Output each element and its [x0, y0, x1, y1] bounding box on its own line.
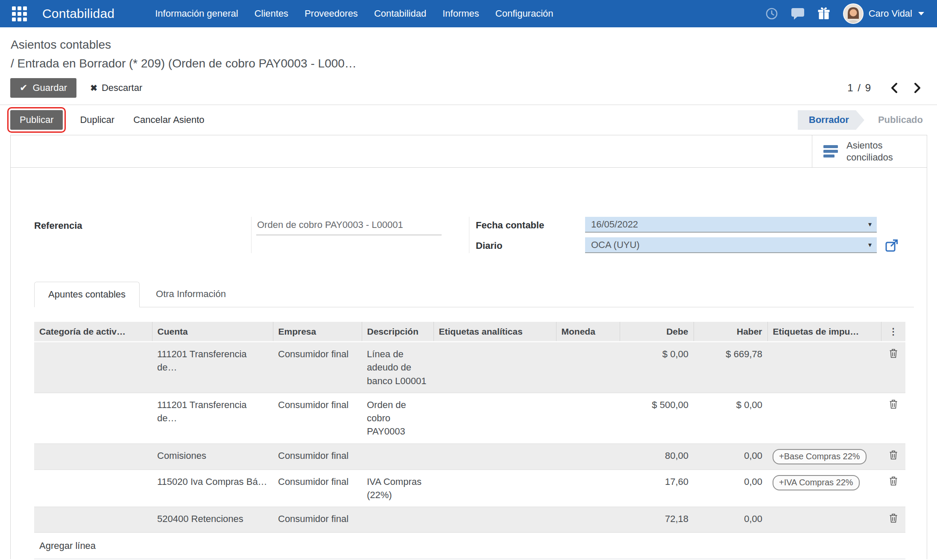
cell-analytic-tags[interactable] [433, 393, 556, 443]
cell-description[interactable] [362, 507, 433, 532]
col-account[interactable]: Cuenta [152, 322, 273, 342]
accounting-date-field[interactable]: 16/05/2022 ▾ [585, 217, 877, 233]
nav-item-informes[interactable]: Informes [442, 8, 479, 19]
cell-tax-tags[interactable] [767, 507, 881, 532]
column-options-kebab-icon[interactable]: ⋮ [881, 322, 905, 342]
table-row[interactable]: Comisiones Consumidor final 80,00 0,00 +… [34, 443, 905, 470]
cell-asset-category[interactable] [34, 443, 152, 470]
cell-debit[interactable]: 72,18 [620, 507, 694, 532]
cell-debit[interactable]: 17,60 [620, 470, 694, 507]
cell-currency[interactable] [556, 470, 620, 507]
cell-description[interactable]: Línea de adeudo de banco L00001 [362, 342, 433, 393]
nav-item-informacion-general[interactable]: Información general [155, 8, 238, 19]
activities-clock-icon[interactable] [765, 7, 778, 20]
pager-next-icon[interactable] [913, 82, 922, 94]
col-asset-category[interactable]: Categoría de activ… [34, 322, 152, 342]
nav-item-proveedores[interactable]: Proveedores [305, 8, 358, 19]
table-row[interactable]: 115020 Iva Compras Bá… Consumidor final … [34, 470, 905, 507]
cell-description[interactable]: IVA Compras (22%) [362, 470, 433, 507]
cell-credit[interactable]: 0,00 [694, 443, 767, 470]
nav-item-clientes[interactable]: Clientes [255, 8, 288, 19]
table-row[interactable]: 111201 Transferencia de… Consumidor fina… [34, 342, 905, 393]
tax-tag-pill[interactable]: +Base Compras 22% [773, 449, 867, 464]
col-analytic-tags[interactable]: Etiquetas analíticas [433, 322, 556, 342]
cell-credit[interactable]: 0,00 [694, 507, 767, 532]
messages-chat-icon[interactable] [791, 7, 805, 20]
pager-previous-icon[interactable] [890, 82, 899, 94]
cell-analytic-tags[interactable] [433, 507, 556, 532]
tax-tag-pill[interactable]: +IVA Compras 22% [773, 475, 860, 490]
table-row[interactable]: 111201 Transferencia de… Consumidor fina… [34, 393, 905, 443]
discard-button[interactable]: ✖ Descartar [88, 82, 145, 94]
cell-analytic-tags[interactable] [433, 470, 556, 507]
delete-row-trash-icon[interactable] [889, 513, 898, 527]
app-brand[interactable]: Contabilidad [42, 6, 114, 21]
cell-company[interactable]: Consumidor final [273, 470, 362, 507]
state-draft[interactable]: Borrador [798, 110, 864, 130]
cell-asset-category[interactable] [34, 393, 152, 443]
tab-apuntes-contables[interactable]: Apuntes contables [34, 282, 140, 307]
cell-asset-category[interactable] [34, 342, 152, 393]
cell-account[interactable]: 111201 Transferencia de… [152, 393, 273, 443]
delete-row-trash-icon[interactable] [889, 476, 898, 490]
post-button[interactable]: Publicar [10, 110, 63, 130]
state-posted[interactable]: Publicado [864, 110, 927, 130]
delete-row-trash-icon[interactable] [889, 399, 898, 413]
cell-debit[interactable]: $ 0,00 [620, 342, 694, 393]
save-button[interactable]: ✔ Guardar [10, 78, 76, 98]
journal-field[interactable]: OCA (UYU) ▾ [585, 237, 877, 253]
cell-company[interactable]: Consumidor final [273, 393, 362, 443]
cell-account[interactable]: 115020 Iva Compras Bá… [152, 470, 273, 507]
col-tax-tags[interactable]: Etiquetas de impu… [767, 322, 881, 342]
col-currency[interactable]: Moneda [556, 322, 620, 342]
cell-asset-category[interactable] [34, 470, 152, 507]
cell-tax-tags[interactable]: +IVA Compras 22% [767, 470, 881, 507]
journal-items-table: Categoría de activ… Cuenta Empresa Descr… [34, 322, 905, 559]
cell-account[interactable]: Comisiones [152, 443, 273, 470]
reference-input[interactable] [256, 218, 442, 235]
cell-credit[interactable]: 0,00 [694, 470, 767, 507]
cell-description[interactable]: Orden de cobro PAY0003 [362, 393, 433, 443]
col-credit[interactable]: Haber [694, 322, 767, 342]
cell-company[interactable]: Consumidor final [273, 342, 362, 393]
col-company[interactable]: Empresa [273, 322, 362, 342]
nav-item-configuracion[interactable]: Configuración [495, 8, 553, 19]
cell-currency[interactable] [556, 443, 620, 470]
reconciled-entries-button[interactable]: Asientos conciliados [812, 135, 927, 167]
accounting-journal-entry-page: Contabilidad Información general Cliente… [0, 0, 937, 560]
gift-icon[interactable] [817, 7, 830, 20]
cell-company[interactable]: Consumidor final [273, 507, 362, 532]
cell-tax-tags[interactable] [767, 393, 881, 443]
cell-description[interactable] [362, 443, 433, 470]
cell-currency[interactable] [556, 393, 620, 443]
breadcrumb-parent[interactable]: Asientos contables [11, 38, 937, 52]
delete-row-trash-icon[interactable] [889, 450, 898, 464]
cell-asset-category[interactable] [34, 507, 152, 532]
cell-account[interactable]: 520400 Retenciones [152, 507, 273, 532]
cell-credit[interactable]: $ 0,00 [694, 393, 767, 443]
form-sheet: Asientos conciliados Referencia Fecha co… [10, 135, 927, 559]
external-link-icon[interactable] [885, 239, 899, 252]
cancel-entry-button[interactable]: Cancelar Asiento [131, 114, 207, 126]
user-menu[interactable]: Caro Vidal [843, 3, 924, 24]
cell-currency[interactable] [556, 507, 620, 532]
nav-item-contabilidad[interactable]: Contabilidad [374, 8, 426, 19]
cell-tax-tags[interactable]: +Base Compras 22% [767, 443, 881, 470]
col-debit[interactable]: Debe [620, 322, 694, 342]
cell-account[interactable]: 111201 Transferencia de… [152, 342, 273, 393]
table-row[interactable]: 520400 Retenciones Consumidor final 72,1… [34, 507, 905, 532]
delete-row-trash-icon[interactable] [889, 348, 898, 362]
add-line-link[interactable]: Agregar línea [34, 532, 905, 559]
cell-tax-tags[interactable] [767, 342, 881, 393]
apps-grid-icon[interactable] [12, 6, 27, 21]
cell-analytic-tags[interactable] [433, 443, 556, 470]
tab-otra-informacion[interactable]: Otra Información [140, 281, 242, 307]
cell-analytic-tags[interactable] [433, 342, 556, 393]
cell-debit[interactable]: $ 500,00 [620, 393, 694, 443]
cell-credit[interactable]: $ 669,78 [694, 342, 767, 393]
cell-currency[interactable] [556, 342, 620, 393]
cell-debit[interactable]: 80,00 [620, 443, 694, 470]
cell-company[interactable]: Consumidor final [273, 443, 362, 470]
col-description[interactable]: Descripción [362, 322, 433, 342]
duplicate-button[interactable]: Duplicar [77, 114, 117, 126]
